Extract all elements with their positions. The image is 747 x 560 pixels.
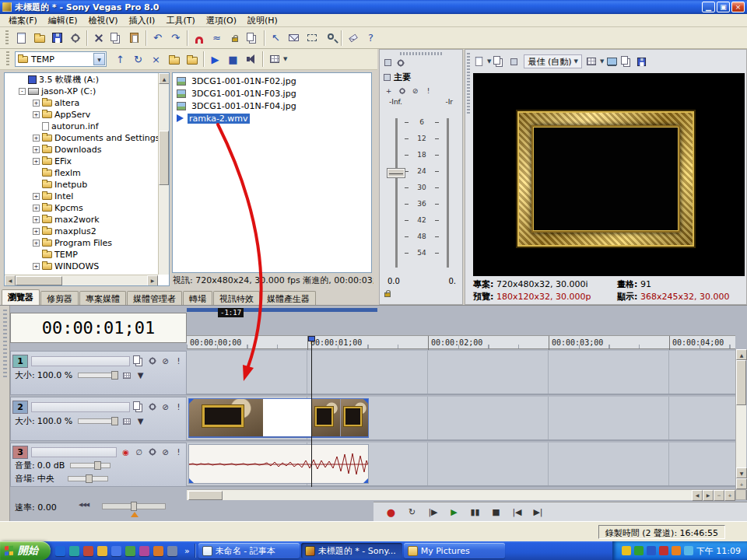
pan-slider[interactable]: [68, 476, 108, 481]
master-bus-header[interactable]: 主要: [380, 70, 462, 85]
new-folder-button[interactable]: [165, 51, 183, 68]
tray-icon-6[interactable]: [684, 546, 693, 555]
tree-expander[interactable]: +: [33, 216, 40, 223]
quicklaunch-icon-9[interactable]: [167, 546, 177, 556]
tab-media-manager[interactable]: 媒體管理者: [127, 291, 182, 305]
tree-item[interactable]: +Downloads: [5, 143, 169, 155]
solo-button[interactable]: !: [173, 446, 184, 458]
properties-dropdown-arrow[interactable]: ▼: [487, 58, 491, 65]
auto-preview-button[interactable]: [242, 51, 260, 68]
menu-help[interactable]: 說明(H): [242, 14, 283, 27]
normal-edit-tool-button[interactable]: ↖: [267, 29, 285, 47]
tree-expander[interactable]: +: [33, 193, 40, 200]
taskbar-task-vegas[interactable]: 未標題的 * - Sony...: [301, 543, 402, 558]
tree-item[interactable]: flexlm: [5, 166, 169, 178]
tree-expander[interactable]: +: [33, 100, 40, 107]
tree-expander[interactable]: +: [33, 205, 40, 212]
bus-fx-button[interactable]: [397, 86, 407, 96]
redo-button[interactable]: ↷: [167, 29, 184, 47]
solo-button[interactable]: !: [173, 355, 184, 367]
tree-expander[interactable]: +: [33, 146, 40, 153]
file-row[interactable]: 3DCG1-001-01N-F04.jpg: [173, 100, 371, 112]
tray-icon-4[interactable]: [659, 546, 668, 555]
track-fx-button[interactable]: [146, 401, 158, 413]
track-3-number[interactable]: 3: [12, 446, 28, 459]
zoom-out-time-button[interactable]: −: [714, 490, 724, 501]
scroll-down-button[interactable]: ▼: [736, 467, 747, 478]
solo-button[interactable]: !: [173, 401, 184, 413]
slider-thumb[interactable]: [86, 474, 93, 483]
record-arm-button[interactable]: ◉: [120, 446, 132, 458]
slider-thumb[interactable]: [111, 371, 118, 380]
quicklaunch-icon-4[interactable]: [97, 546, 107, 556]
time-ruler[interactable]: 00:00:00;00 00:00:01;00 00:00:02;00 00:0…: [187, 335, 735, 349]
tab-explorer[interactable]: 瀏覽器: [2, 289, 40, 305]
tree-expander[interactable]: +: [33, 111, 40, 118]
tree-item[interactable]: 3.5 軟碟機 (A:): [5, 73, 169, 85]
phase-invert-button[interactable]: ∅: [133, 446, 145, 458]
tab-media-generators[interactable]: 媒體產生器: [261, 291, 316, 305]
track-2-lane[interactable]: [187, 397, 735, 441]
explorer-grip[interactable]: [6, 51, 9, 67]
menu-options[interactable]: 選項(O): [201, 14, 242, 27]
envelope-edit-tool-button[interactable]: [285, 29, 303, 47]
tree-item[interactable]: TEMP: [5, 248, 169, 260]
tray-icon-5[interactable]: [672, 546, 681, 555]
insert-bus-button[interactable]: [383, 58, 393, 68]
close-button[interactable]: ×: [731, 2, 745, 12]
tree-item[interactable]: +altera: [5, 96, 169, 108]
file-row[interactable]: 3DCG1-001-01N-F02.jpg: [173, 75, 371, 87]
scrollbar-thumb[interactable]: [188, 491, 223, 500]
tree-item[interactable]: +Program Files: [5, 236, 169, 248]
quicklaunch-icon-5[interactable]: [111, 546, 121, 556]
tree-horizontal-scrollbar[interactable]: ◀ ▶: [5, 275, 158, 285]
address-combobox[interactable]: TEMP ▼: [15, 51, 107, 67]
track-fx-button[interactable]: [146, 446, 158, 458]
play-button[interactable]: ▶: [444, 505, 464, 520]
go-to-end-button[interactable]: ▶|: [528, 505, 548, 520]
toolbar-grip[interactable]: [5, 30, 9, 46]
quicklaunch-icon-8[interactable]: [153, 546, 163, 556]
track-1-number[interactable]: 1: [12, 355, 28, 368]
tree-expander[interactable]: +: [33, 135, 40, 142]
loop-region-bar[interactable]: [187, 308, 377, 312]
tree-item[interactable]: Inetpub: [5, 178, 169, 190]
compositing-mode-button[interactable]: [121, 415, 132, 427]
level-slider[interactable]: [78, 418, 118, 424]
track-header-3[interactable]: 3 ◉ ∅ ⊘ ! 音量: 0.0 dB 音場: 中央: [10, 443, 187, 487]
taskbar-task-my-pictures[interactable]: My Pictures: [404, 543, 505, 558]
auto-ripple-button[interactable]: ≈: [208, 29, 226, 47]
video-event-clip[interactable]: [188, 398, 369, 438]
preview-quality-dropdown[interactable]: 最佳 (自動) ▼: [524, 54, 581, 68]
rate-thumb[interactable]: [131, 502, 137, 511]
selection-edit-tool-button[interactable]: [303, 29, 321, 47]
menu-edit[interactable]: 編輯(E): [43, 14, 83, 27]
track-3-lane[interactable]: [187, 443, 735, 487]
preview-grip[interactable]: [467, 53, 470, 115]
bus-mute-button[interactable]: ⊘: [410, 86, 420, 96]
copy-button[interactable]: [107, 29, 125, 47]
tree-item[interactable]: +Kpcms: [5, 201, 169, 213]
taskbar-task-notepad[interactable]: 未命名 - 記事本: [198, 543, 300, 558]
loop-playback-button[interactable]: ↻: [402, 505, 422, 520]
bus-plus-button[interactable]: +: [384, 86, 394, 96]
audio-event-clip[interactable]: [188, 444, 369, 484]
file-row[interactable]: 3DCG1-001-01N-F03.jpg: [173, 87, 371, 100]
mute-button[interactable]: ⊘: [160, 446, 171, 458]
tree-item[interactable]: +maxplus2: [5, 225, 169, 236]
lock-envelopes-button[interactable]: [226, 29, 244, 47]
mute-button[interactable]: ⊘: [160, 355, 171, 367]
zoom-in-time-button[interactable]: +: [724, 490, 735, 501]
track-fx-button[interactable]: [146, 355, 158, 367]
start-button[interactable]: 開始: [0, 541, 51, 560]
track-2-number[interactable]: 2: [12, 401, 28, 414]
tree-item[interactable]: +Documents and Settings: [5, 131, 169, 143]
paste-button[interactable]: [125, 29, 143, 47]
preview-properties-button[interactable]: [472, 55, 486, 68]
play-from-start-button[interactable]: |▶: [423, 505, 443, 520]
copy-snapshot-button[interactable]: [620, 55, 633, 68]
tree-item[interactable]: +AppServ: [5, 108, 169, 120]
volume-slider[interactable]: [70, 463, 110, 468]
scroll-right-button[interactable]: ▶: [147, 275, 158, 286]
track-1-fade-strip[interactable]: [31, 356, 130, 366]
